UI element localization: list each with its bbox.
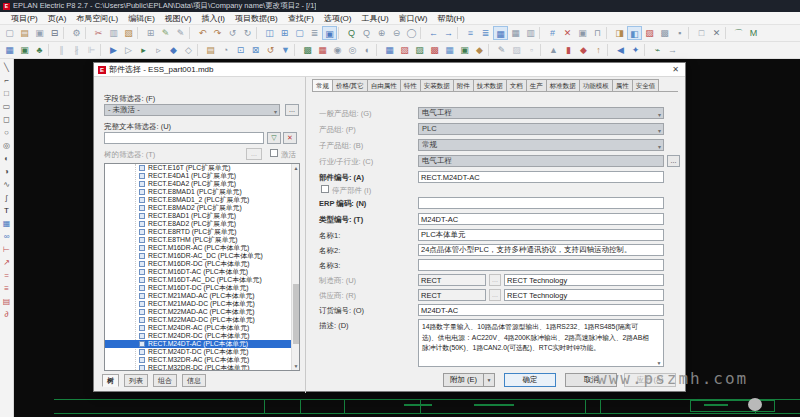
toolbar-icon[interactable]: ◆ xyxy=(166,43,181,57)
drawing-tool-icon[interactable]: ╲ xyxy=(0,61,13,74)
toolbar-icon[interactable]: ▩ xyxy=(300,43,315,57)
toolbar-icon[interactable]: ↻ xyxy=(240,26,255,40)
name1-input[interactable] xyxy=(418,229,664,241)
drawing-tool-icon[interactable]: ◻ xyxy=(0,113,13,126)
toolbar-icon[interactable]: ▥ xyxy=(106,26,121,40)
toolbar-icon[interactable]: → xyxy=(665,43,680,57)
toolbar-icon[interactable]: ✕ xyxy=(709,26,724,40)
supplier-name-input[interactable] xyxy=(504,289,664,301)
toolbar-icon[interactable]: ▼ xyxy=(278,43,293,57)
menu-item[interactable]: 工具(U) xyxy=(356,12,393,25)
menu-item[interactable]: 编辑(E) xyxy=(123,12,160,25)
toolbar-icon[interactable]: ∥ xyxy=(54,43,69,57)
toolbar-icon[interactable]: □ xyxy=(694,26,709,40)
drawing-tool-icon[interactable]: ⌐ xyxy=(0,74,13,87)
close-icon[interactable]: ✕ xyxy=(669,64,682,75)
drawing-tool-icon[interactable]: ◎ xyxy=(0,139,13,152)
toolbar-icon[interactable]: ≡ xyxy=(463,26,478,40)
toolbar-icon[interactable]: ▣ xyxy=(322,26,337,40)
chevron-down-icon[interactable]: ▼ xyxy=(483,374,494,386)
toolbar-icon[interactable]: → xyxy=(441,26,456,40)
part-tree[interactable]: RECT.E16T (PLC扩展单元) RECT.E4DA1 (PLC扩展单元)… xyxy=(104,163,300,371)
name3-input[interactable] xyxy=(418,259,664,271)
toolbar-icon[interactable]: ▣ xyxy=(457,43,472,57)
toolbar-icon[interactable]: ◫ xyxy=(262,26,277,40)
menu-item[interactable]: 选项(O) xyxy=(319,12,357,25)
drawing-tool-icon[interactable]: ▭ xyxy=(0,100,13,113)
menu-item[interactable]: 布局空间(L) xyxy=(71,12,123,25)
toolbar-icon[interactable]: ← xyxy=(426,26,441,40)
toolbar-icon[interactable]: ≣ xyxy=(478,26,493,40)
order-number-input[interactable] xyxy=(418,304,664,316)
toolbar-icon[interactable]: ⊡ xyxy=(233,43,248,57)
toolbar-icon[interactable]: # xyxy=(545,26,560,40)
toolbar-icon[interactable]: ▣ xyxy=(17,43,32,57)
toolbar-icon[interactable]: ◔ xyxy=(218,43,233,57)
toolbar-icon[interactable]: ⊞ xyxy=(143,26,158,40)
toolbar-icon[interactable]: Q xyxy=(359,26,374,40)
supplier-browse-button[interactable]: ... xyxy=(489,289,501,301)
toolbar-icon[interactable]: ✦ xyxy=(628,43,643,57)
scroll-up-icon[interactable]: ▲ xyxy=(292,164,300,172)
trade-browse-button[interactable]: ... xyxy=(667,155,680,167)
toolbar-icon[interactable]: ▦ xyxy=(315,43,330,57)
type-number-input[interactable] xyxy=(418,213,664,225)
toolbar-icon[interactable]: ♣ xyxy=(32,43,47,57)
toolbar-icon[interactable]: ▮ xyxy=(561,43,576,57)
drawing-tool-icon[interactable]: ʃ xyxy=(0,191,13,204)
drawing-tool-icon[interactable]: ◐ xyxy=(0,152,13,165)
toolbar-icon[interactable]: ↑ xyxy=(591,43,606,57)
discontinued-checkbox[interactable] xyxy=(321,185,329,193)
scroll-down-icon[interactable]: ▼ xyxy=(655,359,663,367)
toolbar-icon[interactable]: ▪ xyxy=(672,26,687,40)
toolbar-icon[interactable]: ◇ xyxy=(181,43,196,57)
toolbar-icon[interactable]: ▷ xyxy=(121,43,136,57)
toolbar-icon[interactable]: ⊟ xyxy=(47,26,62,40)
toolbar-icon[interactable]: ✎ xyxy=(158,26,173,40)
toolbar-icon[interactable]: ▧ xyxy=(121,26,136,40)
drawing-tool-icon[interactable]: ≡ xyxy=(0,282,13,295)
menu-item[interactable]: 项目(P) xyxy=(6,12,43,25)
toolbar-icon[interactable]: ⊠ xyxy=(248,43,263,57)
manufacturer-code-input[interactable] xyxy=(418,274,486,286)
toolbar-icon[interactable]: ▦ xyxy=(382,43,397,57)
toolbar-icon[interactable]: ✎ xyxy=(173,26,188,40)
toolbar-icon[interactable]: ▧ xyxy=(397,43,412,57)
supplier-code-input[interactable] xyxy=(418,289,486,301)
drawing-tool-icon[interactable]: ∿ xyxy=(0,178,13,191)
toolbar-icon[interactable]: ↺ xyxy=(225,26,240,40)
toolbar-icon[interactable]: ▨ xyxy=(509,43,524,57)
drawing-tool-icon[interactable]: ◑ xyxy=(0,165,13,178)
toolbar-icon[interactable]: ▨ xyxy=(412,43,427,57)
drawing-tool-icon[interactable]: ⊢ xyxy=(0,243,13,256)
drawing-tool-icon[interactable]: T xyxy=(0,204,13,217)
toolbar-icon[interactable]: ⌒ xyxy=(731,26,746,40)
manufacturer-name-input[interactable] xyxy=(504,274,664,286)
name2-input[interactable] xyxy=(418,244,664,256)
drawing-tool-icon[interactable]: ∂ xyxy=(0,308,13,321)
drawing-tool-icon[interactable]: ▦ xyxy=(0,217,13,230)
toolbar-icon[interactable]: ▥ xyxy=(523,26,538,40)
toolbar-icon[interactable]: ∦ xyxy=(69,43,84,57)
toolbar-icon[interactable]: ◯ xyxy=(404,26,419,40)
menu-item[interactable]: 插入(I) xyxy=(196,12,230,25)
extras-button[interactable]: 附加 (E) ▼ xyxy=(443,373,495,387)
toolbar-icon[interactable]: ◐ xyxy=(360,43,375,57)
field-filter-browse-button[interactable]: ... xyxy=(285,104,299,116)
toolbar-icon[interactable]: ⊕ xyxy=(374,26,389,40)
drawing-tool-icon[interactable]: □ xyxy=(0,87,13,100)
toolbar-icon[interactable]: ◆ xyxy=(576,43,591,57)
toolbar-icon[interactable]: ◉ xyxy=(330,43,345,57)
menu-item[interactable]: 项目数据(B) xyxy=(230,12,283,25)
tab-information[interactable]: 信息 xyxy=(182,374,206,387)
tree-scrollbar[interactable]: ▲ ▼ xyxy=(291,164,299,370)
ok-button[interactable]: 确定 xyxy=(504,373,556,387)
activate-checkbox[interactable] xyxy=(270,149,278,157)
toolbar-icon[interactable]: ▫ xyxy=(524,43,539,57)
tree-filter-browse-button[interactable]: ... xyxy=(246,148,262,160)
toolbar-icon[interactable]: ▤ xyxy=(203,43,218,57)
menu-item[interactable]: 窗口(W) xyxy=(394,12,433,25)
toolbar-icon[interactable]: ▢ xyxy=(2,26,17,40)
description-textarea[interactable]: 14路数字量输入、10路晶体管源型输出、1路RS232、1路RS485(隔离可选… xyxy=(418,319,664,367)
fulltext-filter-input[interactable] xyxy=(104,132,264,144)
